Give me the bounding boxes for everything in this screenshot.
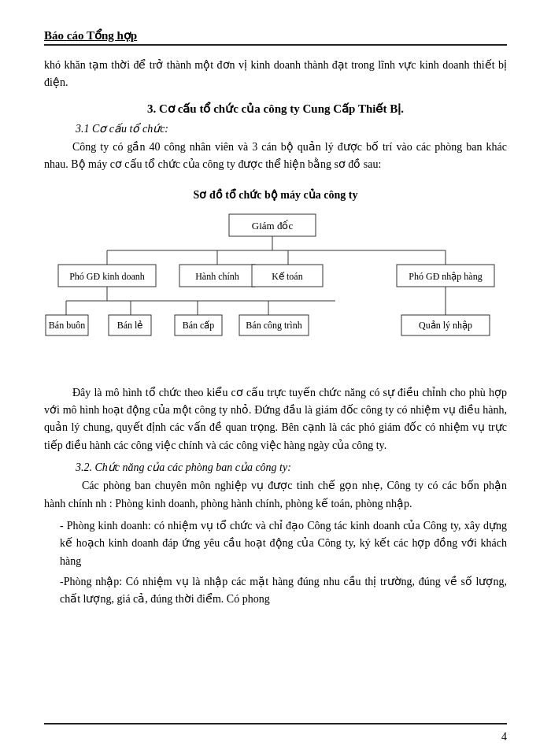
svg-text:Kế toán: Kế toán: [272, 271, 302, 282]
svg-text:Giám đốc: Giám đốc: [252, 220, 294, 232]
svg-text:Hành chính: Hành chính: [195, 271, 239, 282]
para32b: - Phòng kinh doanh: có nhiệm vụ tổ chức …: [44, 517, 507, 570]
svg-text:Phó GĐ nhập hàng: Phó GĐ nhập hàng: [409, 271, 482, 282]
intro-paragraph: khó khăn tạm thời để trở thành một đơn v…: [44, 57, 507, 92]
page: Báo cáo Tổng hợp khó khăn tạm thời để tr…: [0, 0, 551, 756]
svg-text:Phó GĐ kinh doanh: Phó GĐ kinh doanh: [69, 271, 145, 282]
org-chart-svg-wrapper: Giám đốc Phó GĐ kinh doanh Hành chính: [44, 211, 507, 376]
org-chart-svg: Giám đốc Phó GĐ kinh doanh Hành chính: [44, 211, 507, 376]
org-chart-area: Sơ đồ tổ chức bộ máy của công ty Giám đố…: [44, 188, 507, 376]
footer-line: [44, 723, 507, 724]
svg-text:Bán công trình: Bán công trình: [246, 320, 301, 331]
para31: Công ty có gần 40 công nhân viên và 3 cá…: [44, 139, 507, 174]
page-number: 4: [501, 731, 507, 743]
header-section: Báo cáo Tổng hợp: [44, 28, 507, 46]
org-chart-label: Sơ đồ tổ chức bộ máy của công ty: [44, 188, 507, 202]
para32a: Các phòng ban chuyên môn nghiệp vụ được …: [44, 477, 507, 513]
para-org: Đây là mô hình tổ chức theo kiểu cơ cấu …: [44, 384, 507, 455]
svg-text:Bán cấp: Bán cấp: [183, 320, 215, 331]
svg-text:Bán buôn: Bán buôn: [49, 320, 85, 331]
subsection32-title: 3.2. Chức năng của các phòng ban của côn…: [76, 461, 507, 474]
para32c: -Phòng nhập: Có nhiệm vụ là nhập các mặt…: [44, 573, 507, 609]
subsection31-title: 3.1 Cơ cấu tổ chức:: [76, 122, 507, 135]
header-title: Báo cáo Tổng hợp: [44, 28, 137, 43]
section3-title: 3. Cơ cấu tổ chức của công ty Cung Cấp T…: [44, 102, 507, 116]
svg-text:Quản lý nhập: Quản lý nhập: [419, 320, 472, 331]
svg-text:Bán lẻ: Bán lẻ: [117, 320, 143, 331]
